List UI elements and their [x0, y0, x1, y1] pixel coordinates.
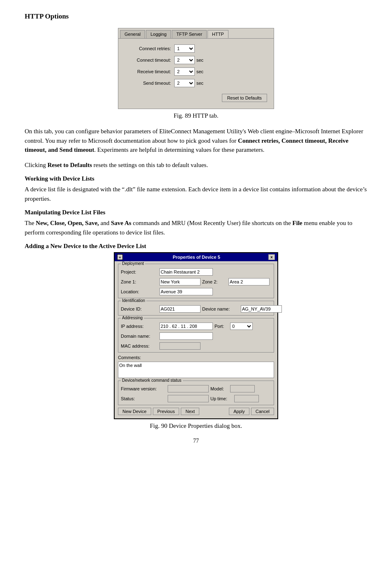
- section1-body: A device list file is designated with th…: [25, 185, 367, 203]
- firmware-label: Firmware version:: [121, 386, 166, 391]
- dialog-btn-row: New Device Previous Next Apply Cancel: [118, 408, 274, 415]
- properties-title-text: Properties of Device 5: [173, 255, 220, 260]
- identification-section-title: Identification: [121, 298, 146, 303]
- port-select[interactable]: 0: [230, 323, 253, 330]
- connect-timeout-row: Connect timeout: 2 1 3 sec: [125, 56, 267, 64]
- deployment-section-title: Deployment: [121, 261, 145, 266]
- send-timeout-select[interactable]: 2 1 3: [174, 79, 195, 87]
- receive-timeout-unit: sec: [196, 69, 203, 74]
- fig90-caption: Fig. 90 Device Properties dialog box.: [150, 422, 242, 429]
- addressing-section: Addressing IP address: Port: 0 Domain na…: [118, 318, 274, 353]
- page-number: 77: [25, 438, 367, 444]
- connect-timeout-select[interactable]: 2 1 3: [174, 56, 195, 64]
- connect-retries-label: Connect retries:: [125, 46, 174, 51]
- tab-http[interactable]: HTTP: [208, 30, 228, 38]
- location-input[interactable]: [159, 288, 213, 295]
- device-id-input[interactable]: [159, 305, 201, 313]
- project-label: Project:: [121, 269, 158, 274]
- new-device-button[interactable]: New Device: [118, 408, 151, 415]
- project-input[interactable]: [159, 268, 213, 276]
- receive-timeout-select[interactable]: 2 1 3: [174, 67, 195, 76]
- reset-paragraph: Clicking Reset to Defaults resets the se…: [25, 160, 367, 170]
- status-input: [168, 395, 209, 402]
- properties-title-icon: +: [117, 254, 123, 260]
- btn-left-group: New Device Previous Next: [118, 408, 199, 415]
- domain-input[interactable]: [159, 332, 213, 340]
- tab-logging[interactable]: Logging: [146, 30, 171, 38]
- model-label: Model:: [210, 386, 228, 391]
- uptime-input: [234, 395, 259, 402]
- device-name-label: Device name:: [202, 306, 239, 311]
- status-label: Status:: [121, 396, 166, 401]
- reset-para-prefix: Clicking: [25, 162, 47, 168]
- body-paragraph: On this tab, you can configure behavior …: [25, 127, 367, 155]
- properties-body: Deployment Project: Zone 1: Zone 2: Loca…: [115, 261, 277, 418]
- fig89-caption: Fig. 89 HTTP tab.: [173, 112, 218, 119]
- device-name-input[interactable]: [241, 305, 282, 313]
- location-row: Location:: [121, 288, 271, 295]
- previous-button[interactable]: Previous: [153, 408, 180, 415]
- fig90-container: + Properties of Device 5 × Deployment Pr…: [25, 252, 367, 429]
- status-section-title: Device/network command status: [121, 378, 183, 383]
- receive-timeout-label: Receive timeout:: [125, 69, 174, 74]
- zone2-label: Zone 2:: [202, 279, 227, 284]
- device-id-label: Device ID:: [121, 306, 158, 311]
- mac-label: MAC address:: [121, 344, 158, 348]
- http-dialog: General Logging TFTP Server HTTP Connect…: [118, 28, 274, 109]
- reset-to-defaults-button[interactable]: Reset to Defaults: [222, 94, 267, 102]
- apply-button[interactable]: Apply: [229, 408, 249, 415]
- next-button[interactable]: Next: [181, 408, 199, 415]
- firmware-input: [168, 385, 209, 392]
- tab-general[interactable]: General: [120, 30, 145, 38]
- firmware-row: Firmware version: Model:: [121, 385, 271, 392]
- section3-heading: Adding a New Device to the Active Device…: [25, 243, 367, 250]
- properties-titlebar: + Properties of Device 5 ×: [115, 253, 277, 261]
- status-section: Device/network command status Firmware v…: [118, 381, 274, 405]
- zone1-input[interactable]: [159, 278, 201, 286]
- model-input: [230, 385, 255, 392]
- uptime-label: Up time:: [210, 396, 233, 401]
- close-icon[interactable]: ×: [268, 254, 275, 260]
- location-label: Location:: [121, 289, 158, 294]
- device-id-row: Device ID: Device name:: [121, 305, 271, 313]
- connect-timeout-unit: sec: [196, 58, 203, 63]
- connect-retries-select[interactable]: 1 2 3: [174, 44, 195, 53]
- cancel-button[interactable]: Cancel: [251, 408, 274, 415]
- comments-textarea[interactable]: On the wall: [118, 362, 274, 378]
- tab-tftp-server[interactable]: TFTP Server: [172, 30, 207, 38]
- reset-btn-row: Reset to Defaults: [125, 94, 267, 102]
- deployment-section: Deployment Project: Zone 1: Zone 2: Loca…: [118, 264, 274, 298]
- comments-section: Comments: On the wall: [118, 355, 274, 378]
- reset-para-bold: Reset to Defaults: [47, 162, 92, 168]
- ip-input[interactable]: [159, 323, 213, 330]
- section1-heading: Working with Device Lists: [25, 175, 367, 182]
- status-row: Status: Up time:: [121, 395, 271, 402]
- ip-label: IP address:: [121, 324, 158, 329]
- connect-retries-row: Connect retries: 1 2 3: [125, 44, 267, 53]
- reset-para-suffix: resets the settings on this tab to defau…: [92, 162, 208, 168]
- section2-heading: Manipulating Device List Files: [25, 209, 367, 216]
- fig89-container: General Logging TFTP Server HTTP Connect…: [25, 28, 367, 119]
- port-label: Port:: [214, 324, 228, 329]
- connect-timeout-label: Connect timeout:: [125, 58, 174, 63]
- dialog-body: Connect retries: 1 2 3 Connect timeout: …: [118, 39, 274, 109]
- domain-label: Domain name:: [121, 334, 158, 339]
- addressing-section-title: Addressing: [121, 316, 144, 320]
- mac-input[interactable]: [159, 342, 201, 350]
- send-timeout-row: Send timeout: 2 1 3 sec: [125, 79, 267, 87]
- domain-row: Domain name:: [121, 332, 271, 340]
- properties-dialog: + Properties of Device 5 × Deployment Pr…: [114, 252, 278, 419]
- dialog-tabs: General Logging TFTP Server HTTP: [118, 28, 274, 39]
- zone2-input[interactable]: [228, 278, 270, 286]
- zone1-label: Zone 1:: [121, 279, 158, 284]
- section2-body: The New, Close, Open, Save, and Save As …: [25, 218, 367, 237]
- page-title: HTTP Options: [25, 12, 367, 21]
- btn-right-group: Apply Cancel: [229, 408, 274, 415]
- zone-row: Zone 1: Zone 2:: [121, 278, 271, 286]
- ip-row: IP address: Port: 0: [121, 323, 271, 330]
- mac-row: MAC address:: [121, 342, 271, 350]
- send-timeout-unit: sec: [196, 81, 203, 86]
- receive-timeout-row: Receive timeout: 2 1 3 sec: [125, 67, 267, 76]
- project-row: Project:: [121, 268, 271, 276]
- identification-section: Identification Device ID: Device name:: [118, 301, 274, 316]
